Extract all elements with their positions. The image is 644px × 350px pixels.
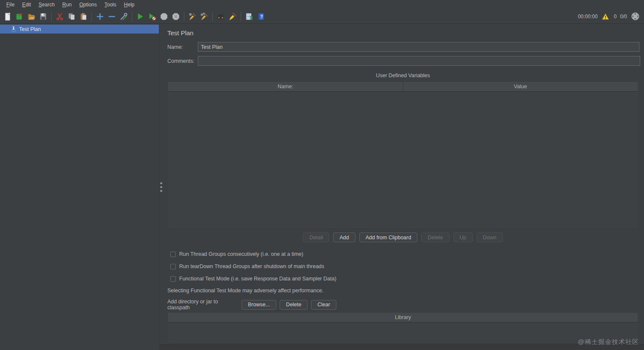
menu-bar: File Edit Search Run Options Tools Help bbox=[0, 0, 644, 9]
udv-table-body[interactable] bbox=[168, 92, 638, 230]
menu-run[interactable]: Run bbox=[58, 1, 75, 8]
svg-text:?: ? bbox=[260, 14, 263, 19]
function-helper-icon[interactable] bbox=[244, 11, 255, 22]
functional-test-mode-checkbox[interactable] bbox=[170, 276, 176, 282]
watermark: @稀土掘金技术社区 bbox=[578, 338, 639, 346]
save-icon[interactable] bbox=[38, 11, 49, 22]
toolbar-status-area: 00:00:00 0 0/0 bbox=[578, 12, 644, 21]
run-consecutively-checkbox[interactable] bbox=[170, 252, 176, 257]
menu-options[interactable]: Options bbox=[75, 1, 100, 8]
test-plan-editor: Test Plan Name: Comments: User Defined V… bbox=[160, 24, 644, 350]
up-button: Up bbox=[453, 232, 473, 242]
down-button: Down bbox=[477, 232, 503, 242]
search-reset-icon[interactable] bbox=[227, 11, 238, 22]
cut-icon[interactable] bbox=[54, 11, 65, 22]
clear-all-icon[interactable] bbox=[199, 11, 210, 22]
library-col-header: Library bbox=[168, 313, 638, 322]
new-file-icon[interactable] bbox=[2, 11, 13, 22]
bottom-strip bbox=[160, 344, 644, 350]
checkbox-row-teardown: Run tearDown Thread Groups after shutdow… bbox=[170, 263, 324, 269]
menu-help[interactable]: Help bbox=[120, 1, 139, 8]
start-no-timers-icon[interactable] bbox=[147, 11, 158, 22]
udv-col-value: Value bbox=[403, 82, 638, 91]
udv-col-name: Name: bbox=[168, 82, 403, 91]
toolbar: ? 00:00:00 0 0/0 bbox=[0, 9, 644, 24]
comments-label: Comments: bbox=[167, 58, 194, 64]
menu-tools[interactable]: Tools bbox=[101, 1, 120, 8]
test-plan-icon bbox=[11, 26, 17, 32]
checkbox-row-functional: Functional Test Mode (i.e. save Response… bbox=[170, 276, 336, 282]
copy-icon[interactable] bbox=[66, 11, 77, 22]
elapsed-timer: 00:00:00 bbox=[578, 14, 598, 20]
toolbar-separator bbox=[92, 12, 92, 21]
add-icon[interactable] bbox=[94, 11, 105, 22]
thread-status-icon bbox=[630, 12, 640, 21]
toolbar-separator bbox=[132, 12, 132, 21]
tree-item-label: Test Plan bbox=[19, 26, 41, 32]
udv-button-row: Detail Add Add from Clipboard Delete Up … bbox=[168, 232, 638, 242]
classpath-delete-button[interactable]: Delete bbox=[280, 300, 308, 310]
remove-icon[interactable] bbox=[106, 11, 117, 22]
checkbox-label: Run Thread Groups consecutively (i.e. on… bbox=[179, 251, 303, 257]
delete-button: Delete bbox=[421, 232, 449, 242]
splitter-handle[interactable] bbox=[159, 182, 163, 192]
error-count[interactable]: 0 bbox=[614, 14, 617, 20]
menu-file[interactable]: File bbox=[3, 1, 18, 8]
add-from-clipboard-button[interactable]: Add from Clipboard bbox=[359, 232, 418, 242]
name-label: Name: bbox=[167, 44, 183, 50]
start-icon[interactable] bbox=[135, 11, 146, 22]
toolbar-separator bbox=[184, 12, 184, 21]
warning-icon[interactable] bbox=[601, 12, 610, 21]
toolbar-separator bbox=[212, 12, 213, 21]
menu-search[interactable]: Search bbox=[35, 1, 58, 8]
toolbar-separator bbox=[241, 12, 241, 21]
paste-icon[interactable] bbox=[78, 11, 89, 22]
help-icon[interactable]: ? bbox=[255, 11, 266, 22]
clear-button[interactable]: Clear bbox=[311, 300, 336, 310]
toolbar-separator bbox=[51, 12, 52, 21]
menu-edit[interactable]: Edit bbox=[18, 1, 35, 8]
library-table-body[interactable] bbox=[168, 322, 638, 344]
udv-title: User Defined Variables bbox=[168, 73, 638, 78]
search-icon[interactable] bbox=[215, 11, 226, 22]
checkbox-label: Run tearDown Thread Groups after shutdow… bbox=[179, 263, 324, 269]
comments-input[interactable] bbox=[198, 56, 640, 66]
toggle-icon[interactable] bbox=[118, 11, 129, 22]
library-table-header: Library bbox=[168, 313, 638, 322]
classpath-row: Add directory or jar to classpath Browse… bbox=[167, 299, 340, 311]
stop-icon bbox=[158, 11, 169, 22]
shutdown-icon bbox=[170, 11, 181, 22]
checkbox-row-consecutive: Run Thread Groups consecutively (i.e. on… bbox=[170, 251, 303, 257]
browse-button[interactable]: Browse... bbox=[242, 300, 276, 310]
functional-mode-note: Selecting Functional Test Mode may adver… bbox=[167, 288, 323, 294]
name-input[interactable] bbox=[198, 42, 639, 52]
jmeter-window: File Edit Search Run Options Tools Help bbox=[0, 0, 644, 350]
open-icon[interactable] bbox=[26, 11, 37, 22]
checkbox-label: Functional Test Mode (i.e. save Response… bbox=[179, 276, 336, 282]
test-plan-tree: Test Plan bbox=[0, 24, 159, 350]
detail-button: Detail bbox=[303, 232, 329, 242]
run-teardown-checkbox[interactable] bbox=[170, 264, 176, 269]
clear-icon[interactable] bbox=[187, 11, 198, 22]
templates-icon[interactable] bbox=[14, 11, 25, 22]
udv-table-header: Name: Value bbox=[168, 82, 638, 92]
classpath-label: Add directory or jar to classpath bbox=[167, 299, 242, 311]
tree-item-test-plan[interactable]: Test Plan bbox=[0, 25, 159, 34]
page-title: Test Plan bbox=[167, 29, 194, 36]
add-button[interactable]: Add bbox=[333, 232, 355, 242]
thread-count: 0/0 bbox=[620, 14, 627, 20]
